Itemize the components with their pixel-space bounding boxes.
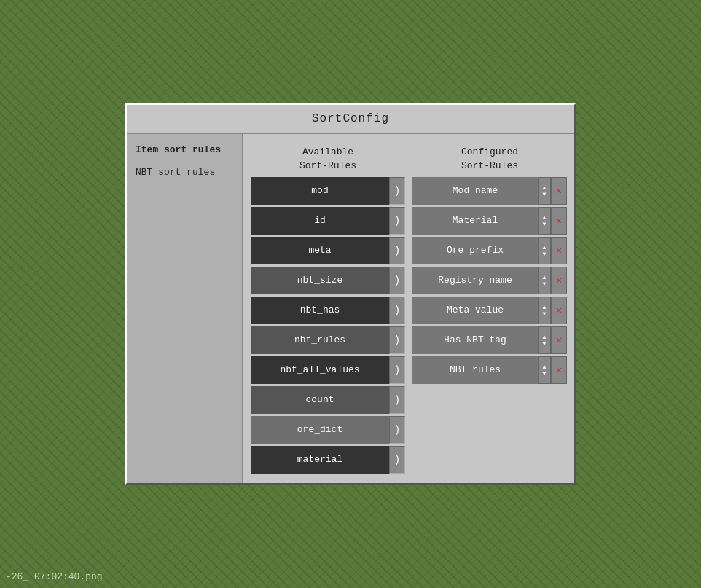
remove-meta-value-button[interactable]: ✕ bbox=[551, 297, 567, 324]
list-item: nbt_all_values ) bbox=[251, 356, 405, 384]
list-item: meta ) bbox=[251, 237, 405, 264]
configured-sort-rules-column: ConfiguredSort-Rules Mod name ▲▼ ✕ Mater… bbox=[412, 141, 567, 475]
reorder-mod-name-button[interactable]: ▲▼ bbox=[538, 177, 551, 205]
configured-rule-nbt-rules[interactable]: NBT rules bbox=[412, 356, 538, 384]
sidebar-item-nbt-sort-rules[interactable]: NBT sort rules bbox=[134, 164, 235, 181]
list-item: Meta value ▲▼ ✕ bbox=[412, 297, 567, 324]
remove-registry-name-button[interactable]: ✕ bbox=[551, 267, 567, 294]
configured-rule-meta-value[interactable]: Meta value bbox=[412, 297, 538, 324]
add-nbt-size-button[interactable]: ) bbox=[389, 267, 405, 294]
add-ore-dict-button[interactable]: ) bbox=[389, 416, 405, 444]
left-panel: Item sort rules NBT sort rules bbox=[127, 134, 243, 482]
list-item: material ) bbox=[251, 446, 405, 474]
reorder-has-nbt-tag-button[interactable]: ▲▼ bbox=[538, 326, 551, 354]
list-item: NBT rules ▲▼ ✕ bbox=[412, 356, 567, 384]
add-id-button[interactable]: ) bbox=[389, 207, 405, 235]
available-rule-mod[interactable]: mod bbox=[251, 177, 389, 205]
available-rule-id[interactable]: id bbox=[251, 207, 389, 235]
available-rule-meta[interactable]: meta bbox=[251, 237, 389, 264]
list-item: id ) bbox=[251, 207, 405, 235]
remove-material-button[interactable]: ✕ bbox=[551, 207, 567, 235]
list-item: mod ) bbox=[251, 177, 405, 205]
available-column-header: AvailableSort-Rules bbox=[251, 141, 405, 176]
configured-rule-has-nbt-tag[interactable]: Has NBT tag bbox=[412, 326, 538, 354]
available-rule-nbt-size[interactable]: nbt_size bbox=[251, 267, 389, 294]
configured-rule-registry-name[interactable]: Registry name bbox=[412, 267, 538, 294]
sort-config-dialog: SortConfig Item sort rules NBT sort rule… bbox=[125, 103, 576, 485]
available-rule-ore-dict[interactable]: ore_dict bbox=[251, 416, 389, 444]
reorder-ore-prefix-button[interactable]: ▲▼ bbox=[538, 237, 551, 264]
add-nbt-has-button[interactable]: ) bbox=[389, 297, 405, 324]
reorder-meta-value-button[interactable]: ▲▼ bbox=[538, 297, 551, 324]
remove-nbt-rules-button[interactable]: ✕ bbox=[551, 356, 567, 384]
remove-ore-prefix-button[interactable]: ✕ bbox=[551, 237, 567, 264]
available-rule-count[interactable]: count bbox=[251, 386, 389, 414]
available-sort-rules-column: AvailableSort-Rules mod ) id ) meta ) nb… bbox=[251, 141, 405, 475]
list-item: Material ▲▼ ✕ bbox=[412, 207, 567, 235]
add-material-button[interactable]: ) bbox=[389, 446, 405, 474]
configured-rule-mod-name[interactable]: Mod name bbox=[412, 177, 538, 205]
add-mod-button[interactable]: ) bbox=[389, 177, 405, 205]
list-item: Registry name ▲▼ ✕ bbox=[412, 267, 567, 294]
add-meta-button[interactable]: ) bbox=[389, 237, 405, 264]
reorder-nbt-rules-button[interactable]: ▲▼ bbox=[538, 356, 551, 384]
available-rule-nbt-all-values[interactable]: nbt_all_values bbox=[251, 356, 389, 384]
configured-rule-material[interactable]: Material bbox=[412, 207, 538, 235]
list-item: Ore prefix ▲▼ ✕ bbox=[412, 237, 567, 264]
reorder-registry-name-button[interactable]: ▲▼ bbox=[538, 267, 551, 294]
available-rule-material[interactable]: material bbox=[251, 446, 389, 474]
available-rule-nbt-rules[interactable]: nbt_rules bbox=[251, 326, 389, 354]
list-item: nbt_rules ) bbox=[251, 326, 405, 354]
remove-has-nbt-tag-button[interactable]: ✕ bbox=[551, 326, 567, 354]
configured-rule-ore-prefix[interactable]: Ore prefix bbox=[412, 237, 538, 264]
add-count-button[interactable]: ) bbox=[389, 386, 405, 414]
configured-column-header: ConfiguredSort-Rules bbox=[412, 141, 567, 176]
list-item: count ) bbox=[251, 386, 405, 414]
dialog-title: SortConfig bbox=[127, 105, 574, 134]
list-item: nbt_has ) bbox=[251, 297, 405, 324]
sidebar-item-item-sort-rules[interactable]: Item sort rules bbox=[134, 141, 235, 158]
reorder-material-button[interactable]: ▲▼ bbox=[538, 207, 551, 235]
list-item: ore_dict ) bbox=[251, 416, 405, 444]
add-nbt-all-values-button[interactable]: ) bbox=[389, 356, 405, 384]
list-item: Has NBT tag ▲▼ ✕ bbox=[412, 326, 567, 354]
main-content: AvailableSort-Rules mod ) id ) meta ) nb… bbox=[243, 134, 574, 482]
watermark-text: -26_ 07:02:40.png bbox=[6, 571, 103, 582]
remove-mod-name-button[interactable]: ✕ bbox=[551, 177, 567, 205]
add-nbt-rules-button[interactable]: ) bbox=[389, 326, 405, 354]
dialog-body: Item sort rules NBT sort rules Available… bbox=[127, 134, 574, 482]
available-rule-nbt-has[interactable]: nbt_has bbox=[251, 297, 389, 324]
list-item: nbt_size ) bbox=[251, 267, 405, 294]
list-item: Mod name ▲▼ ✕ bbox=[412, 177, 567, 205]
